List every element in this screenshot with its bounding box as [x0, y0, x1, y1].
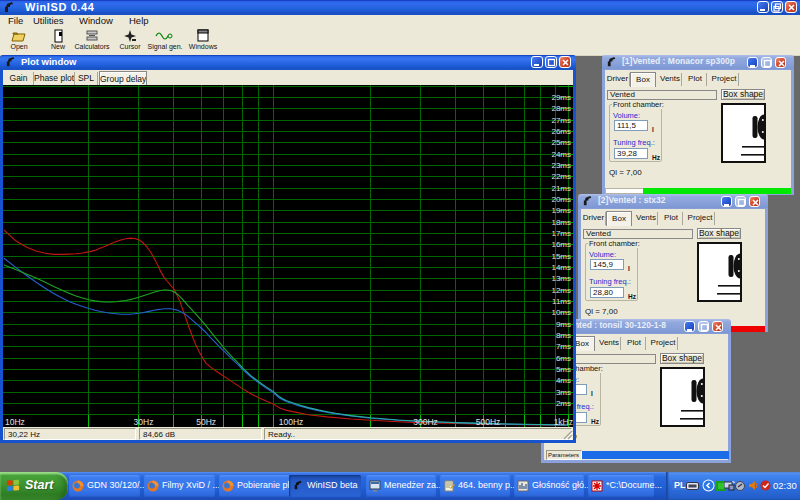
svg-text:18ms: 18ms: [551, 218, 571, 227]
svg-text:7ms: 7ms: [556, 342, 571, 351]
svg-text:2ms: 2ms: [556, 399, 571, 408]
svg-text:21ms: 21ms: [551, 184, 571, 193]
svg-text:13ms: 13ms: [551, 274, 571, 283]
svg-text:3ms: 3ms: [556, 388, 571, 397]
svg-text:5ms: 5ms: [556, 365, 571, 374]
svg-text:10Hz: 10Hz: [5, 417, 25, 427]
svg-text:16ms: 16ms: [551, 240, 571, 249]
svg-text:4ms: 4ms: [556, 376, 571, 385]
svg-text:19ms: 19ms: [551, 206, 571, 215]
svg-text:11ms: 11ms: [552, 297, 571, 306]
svg-text:12ms: 12ms: [551, 286, 571, 295]
svg-text:27ms: 27ms: [551, 116, 571, 125]
svg-text:24ms: 24ms: [551, 150, 571, 159]
svg-text:14ms: 14ms: [551, 263, 571, 272]
svg-text:22ms: 22ms: [551, 172, 571, 181]
svg-text:300Hz: 300Hz: [413, 417, 438, 427]
svg-text:17ms: 17ms: [551, 229, 571, 238]
svg-text:1kHz: 1kHz: [554, 417, 573, 427]
svg-text:50Hz: 50Hz: [196, 417, 216, 427]
svg-text:500Hz: 500Hz: [476, 417, 501, 427]
svg-text:10ms: 10ms: [551, 308, 571, 317]
svg-text:9ms: 9ms: [556, 320, 571, 329]
svg-text:100Hz: 100Hz: [279, 417, 304, 427]
svg-text:23ms: 23ms: [551, 161, 571, 170]
svg-text:28ms: 28ms: [551, 104, 571, 113]
svg-text:25ms: 25ms: [551, 138, 571, 147]
svg-text:8ms: 8ms: [556, 331, 571, 340]
svg-text:30Hz: 30Hz: [134, 417, 154, 427]
svg-text:6ms: 6ms: [556, 354, 571, 363]
svg-text:29ms: 29ms: [551, 93, 571, 102]
svg-text:15ms: 15ms: [551, 252, 571, 261]
svg-text:26ms: 26ms: [551, 127, 571, 136]
svg-text:20ms: 20ms: [551, 195, 571, 204]
